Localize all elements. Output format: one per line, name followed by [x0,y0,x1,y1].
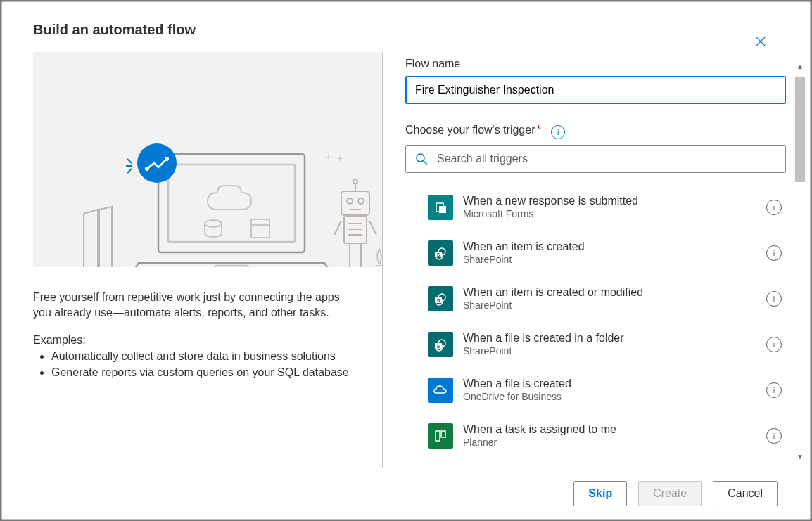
svg-rect-3 [215,266,248,267]
sp-connector-icon: S [428,240,453,266]
trigger-title: When an item is created [463,240,766,254]
trigger-item[interactable]: When a new response is submittedMicrosof… [428,184,786,230]
flow-name-label: Flow name [405,58,786,70]
scrollbar[interactable]: ▲ ▼ [794,61,806,461]
close-button[interactable] [749,30,772,53]
scroll-up-icon[interactable]: ▲ [794,61,806,71]
trigger-title: When an item is created or modified [463,285,766,300]
examples-heading: Examples: [33,334,360,347]
svg-line-24 [369,221,376,235]
svg-text:S: S [437,252,440,257]
svg-point-15 [358,198,364,204]
automated-flow-dialog: Build an automated flow [1,1,811,520]
dialog-title: Build an automated flow [33,22,786,38]
svg-point-14 [347,198,353,204]
svg-text:S: S [437,343,440,348]
info-icon[interactable]: i [766,200,782,215]
svg-line-10 [127,159,132,163]
svg-point-9 [165,157,169,161]
info-icon[interactable]: i [766,337,782,352]
trigger-item[interactable]: SWhen an item is createdSharePointi [428,230,786,276]
skip-button[interactable]: Skip [573,481,627,506]
create-button[interactable]: Create [638,481,702,506]
trigger-list[interactable]: When a new response is submittedMicrosof… [405,184,786,468]
trigger-text: When a file is created in a folderShareP… [463,331,766,358]
required-asterisk: * [536,124,540,136]
svg-point-8 [145,167,149,171]
svg-rect-2 [168,165,295,242]
trigger-connector: Microsoft Forms [463,208,766,221]
sp-connector-icon: S [428,332,453,357]
trigger-item[interactable]: SWhen a file is created in a folderShare… [428,321,786,367]
left-panel: + Free yourself from repetitive work jus… [33,52,382,468]
svg-rect-50 [441,431,445,437]
info-icon[interactable]: i [551,125,565,139]
svg-rect-13 [341,191,369,215]
trigger-text: When a file is createdOneDrive for Busin… [463,377,766,404]
cancel-button[interactable]: Cancel [713,481,778,506]
trigger-text: When an item is createdSharePoint [463,240,766,266]
info-icon[interactable]: i [766,428,782,444]
trigger-title: When a new response is submitted [463,194,766,208]
right-panel: Flow name Choose your flow's trigger* i [383,52,786,468]
trigger-connector: Planner [463,437,766,449]
svg-rect-36 [439,206,446,213]
trigger-text: When a task is assigned to mePlanner [463,423,766,449]
examples-list: Automatically collect and store data in … [33,348,360,380]
trigger-connector: SharePoint [463,300,766,312]
trigger-title: When a file is created in a folder [463,331,766,345]
sp-connector-icon: S [428,286,453,311]
trigger-text: When a new response is submittedMicrosof… [463,194,766,221]
trigger-title: When a file is created [463,377,766,391]
trigger-connector: SharePoint [463,345,766,358]
svg-point-7 [137,143,177,183]
hero-illustration: + [33,52,382,267]
svg-line-23 [334,221,341,235]
planner-connector-icon [428,423,453,449]
trigger-item[interactable]: SWhen an item is created or modifiedShar… [428,276,786,321]
scroll-down-icon[interactable]: ▼ [794,451,806,461]
svg-line-12 [127,169,132,173]
trigger-item[interactable]: When a task is assigned to mePlanneri [428,413,786,458]
svg-point-4 [205,220,222,227]
onedrive-connector-icon [428,378,453,403]
trigger-label: Choose your flow's trigger* i [405,124,786,139]
dialog-footer: Skip Create Cancel [2,468,810,519]
search-icon [415,153,428,165]
hero-description: Free yourself from repetitive work just … [33,290,360,321]
trigger-connector: OneDrive for Business [463,391,766,404]
trigger-search-input[interactable] [405,145,786,173]
forms-connector-icon [428,195,453,220]
svg-point-18 [353,179,357,184]
close-icon [755,36,766,47]
info-icon[interactable]: i [766,245,782,261]
trigger-item[interactable]: When a file is createdOneDrive for Busin… [428,367,786,413]
svg-text:+: + [337,153,343,164]
flow-name-input[interactable] [405,76,786,104]
info-icon[interactable]: i [766,291,782,307]
svg-rect-49 [436,431,440,441]
scroll-thumb[interactable] [795,77,805,182]
trigger-text: When an item is created or modifiedShare… [463,285,766,312]
example-item: Generate reports via custom queries on y… [51,364,360,380]
svg-rect-5 [251,219,269,238]
info-icon[interactable]: i [766,382,782,398]
trigger-connector: SharePoint [463,254,766,266]
svg-point-32 [417,154,424,162]
example-item: Automatically collect and store data in … [51,348,360,364]
svg-text:S: S [437,297,440,302]
svg-line-33 [424,161,427,165]
trigger-title: When a task is assigned to me [463,423,766,437]
svg-rect-1 [158,154,305,252]
